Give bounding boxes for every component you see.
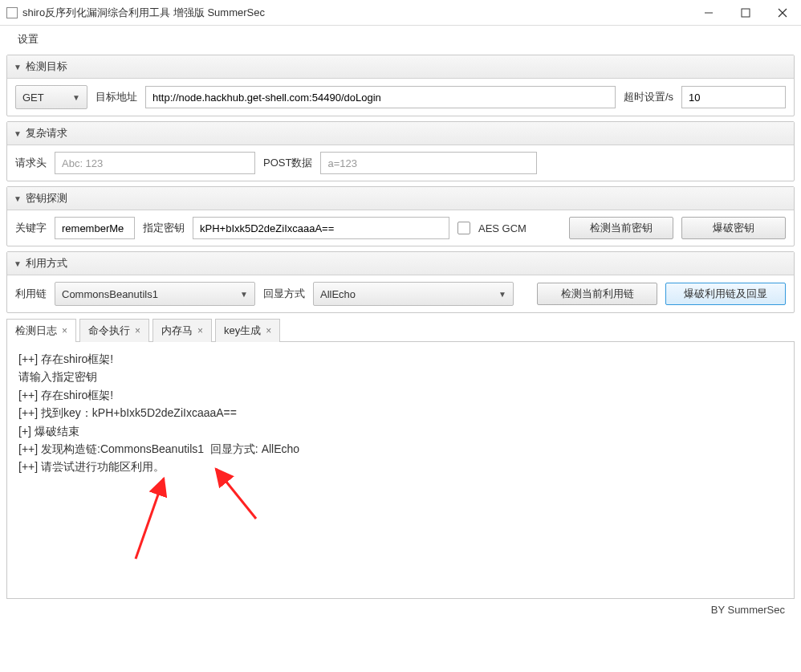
brute-chain-button[interactable]: 爆破利用链及回显 [665, 283, 786, 305]
aes-gcm-checkbox[interactable] [457, 222, 470, 234]
tab-keygen[interactable]: key生成× [215, 319, 280, 342]
svg-rect-1 [742, 9, 750, 17]
specify-key-input[interactable] [193, 217, 449, 239]
header-input[interactable] [55, 152, 255, 174]
tab-command-label: 命令执行 [88, 324, 130, 338]
tab-keygen-label: key生成 [224, 324, 261, 338]
panel-exploit-title: 利用方式 [26, 256, 67, 271]
panel-target: ▼ 检测目标 GET ▼ 目标地址 超时设置/s [6, 55, 795, 116]
close-button[interactable] [764, 0, 801, 26]
close-icon[interactable]: × [62, 325, 67, 336]
panel-exploit-header[interactable]: ▼ 利用方式 [7, 252, 794, 275]
tab-log-label: 检测日志 [15, 324, 57, 338]
titlebar: shiro反序列化漏洞综合利用工具 增强版 SummerSec [0, 0, 801, 26]
url-label: 目标地址 [96, 90, 137, 104]
collapse-icon: ▼ [14, 259, 22, 268]
method-value: GET [22, 92, 44, 104]
collapse-icon: ▼ [14, 194, 22, 203]
url-input[interactable] [145, 86, 616, 108]
chain-select[interactable]: CommonsBeanutils1 ▼ [55, 282, 255, 306]
panel-key-title: 密钥探测 [26, 191, 67, 206]
footer: BY SummerSec [6, 599, 795, 621]
tab-log[interactable]: 检测日志× [6, 319, 76, 342]
close-icon[interactable]: × [266, 325, 271, 336]
svg-line-4 [136, 479, 164, 559]
log-line: [++] 存在shiro框架! [18, 350, 783, 368]
log-line: 请输入指定密钥 [18, 368, 783, 385]
check-key-button[interactable]: 检测当前密钥 [569, 217, 673, 239]
panel-target-title: 检测目标 [26, 59, 67, 74]
chain-label: 利用链 [15, 287, 47, 301]
panel-complex: ▼ 复杂请求 请求头 POST数据 [6, 121, 795, 181]
keyword-label: 关键字 [15, 221, 47, 235]
menu-settings[interactable]: 设置 [10, 30, 47, 48]
window-title: shiro反序列化漏洞综合利用工具 增强版 SummerSec [22, 6, 690, 20]
tab-command[interactable]: 命令执行× [79, 319, 149, 342]
svg-line-5 [216, 469, 256, 519]
tab-memshell[interactable]: 内存马× [152, 319, 212, 342]
method-select[interactable]: GET ▼ [15, 85, 87, 109]
chain-value: CommonsBeanutils1 [62, 288, 158, 300]
log-line: [++] 请尝试进行功能区利用。 [18, 458, 783, 475]
chevron-down-icon: ▼ [224, 290, 248, 299]
minimize-icon [704, 8, 714, 18]
annotation-arrows [120, 462, 280, 591]
specify-key-label: 指定密钥 [143, 221, 185, 235]
panel-key: ▼ 密钥探测 关键字 指定密钥 AES GCM 检测当前密钥 爆破密钥 [6, 186, 795, 246]
collapse-icon: ▼ [14, 129, 22, 138]
aes-gcm-label: AES GCM [478, 222, 527, 234]
maximize-icon [741, 8, 750, 18]
brute-key-button[interactable]: 爆破密钥 [681, 217, 786, 239]
app-icon [6, 7, 18, 18]
echo-value: AllEcho [320, 288, 356, 300]
post-input[interactable] [320, 152, 537, 174]
log-line: [+] 爆破结束 [18, 422, 783, 440]
panel-complex-header[interactable]: ▼ 复杂请求 [7, 122, 794, 145]
panel-key-header[interactable]: ▼ 密钥探测 [7, 187, 794, 210]
chevron-down-icon: ▼ [56, 93, 80, 102]
minimize-button[interactable] [690, 0, 727, 26]
tab-memshell-label: 内存马 [161, 324, 193, 338]
close-icon [778, 8, 787, 18]
header-label: 请求头 [15, 156, 47, 170]
log-line: [++] 存在shiro框架! [18, 386, 783, 404]
echo-select[interactable]: AllEcho ▼ [313, 282, 514, 306]
chevron-down-icon: ▼ [482, 290, 506, 299]
log-output[interactable]: [++] 存在shiro框架! 请输入指定密钥 [++] 存在shiro框架! … [6, 342, 795, 599]
maximize-button[interactable] [727, 0, 764, 26]
post-label: POST数据 [263, 156, 312, 170]
panel-target-header[interactable]: ▼ 检测目标 [7, 55, 794, 79]
panel-complex-title: 复杂请求 [26, 126, 67, 141]
check-chain-button[interactable]: 检测当前利用链 [537, 283, 657, 305]
timeout-input[interactable] [681, 86, 786, 108]
close-icon[interactable]: × [135, 325, 140, 336]
echo-label: 回显方式 [263, 287, 305, 301]
close-icon[interactable]: × [197, 325, 203, 336]
log-line: [++] 发现构造链:CommonsBeanutils1 回显方式: AllEc… [18, 440, 783, 458]
log-line: [++] 找到key：kPH+bIxk5D2deZiIxcaaaA== [18, 404, 783, 422]
panel-exploit: ▼ 利用方式 利用链 CommonsBeanutils1 ▼ 回显方式 AllE… [6, 251, 795, 313]
collapse-icon: ▼ [14, 63, 22, 71]
tab-bar: 检测日志× 命令执行× 内存马× key生成× [6, 318, 795, 342]
keyword-input[interactable] [55, 217, 135, 239]
menubar: 设置 [0, 26, 801, 55]
timeout-label: 超时设置/s [624, 90, 673, 104]
